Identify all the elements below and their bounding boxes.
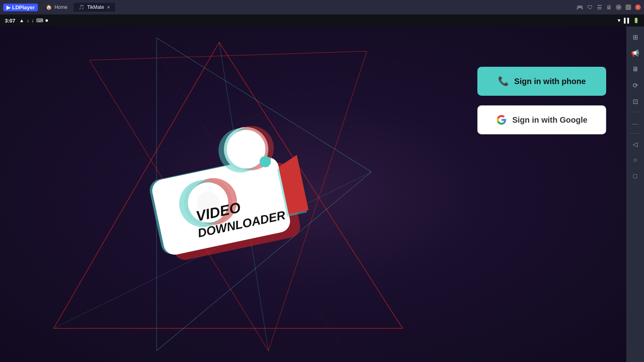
sidebar-back-icon[interactable]: ◁ <box>628 137 642 151</box>
status-bar: 3:07 ▲ ↓ ↓ ⌨ ▼ ▌▌ 🔋 <box>0 14 644 27</box>
game-icon[interactable]: 🎮 <box>576 4 583 10</box>
sidebar-speaker-icon[interactable]: 📢 <box>628 46 642 60</box>
app-logo[interactable]: ▶ LDPlayer <box>3 4 38 11</box>
sidebar-display-icon[interactable]: 🖥 <box>628 62 642 76</box>
shield-icon[interactable]: 🛡 <box>587 4 593 10</box>
keyboard-icon: ⌨ <box>36 18 43 23</box>
sidebar-more-icon[interactable]: … <box>628 115 642 130</box>
window-controls: 🎮 🛡 ☰ 🖥 − □ ✕ <box>576 4 641 10</box>
status-right-icons: ▼ ▌▌ 🔋 <box>617 18 639 23</box>
sidebar-download-icon[interactable]: ⊡ <box>628 94 642 109</box>
graphic-area: VIDEO DOWNLOADER <box>0 27 457 362</box>
display-icon[interactable]: 🖥 <box>606 4 612 10</box>
logo-icon: ▶ <box>6 4 10 10</box>
tab-bar: 🏠 Home 🎵 TikMate ✕ <box>41 3 573 12</box>
sidebar-divider-1 <box>630 112 641 112</box>
close-button[interactable]: ✕ <box>635 4 641 10</box>
sidebar-recents-icon[interactable]: □ <box>628 169 642 183</box>
restore-button[interactable]: □ <box>625 4 631 10</box>
status-time: 3:07 <box>5 18 15 24</box>
sidebar-divider-2 <box>630 133 641 134</box>
upload-icon: ▲ <box>19 18 24 23</box>
logo-text: LDPlayer <box>12 4 35 10</box>
signal-icon: ▌▌ <box>624 18 631 23</box>
tikmate-tab-icon: 🎵 <box>78 4 85 10</box>
wifi-icon: ▼ <box>617 18 621 23</box>
status-icons: ▲ ↓ ↓ ⌨ <box>19 18 48 23</box>
battery-icon: 🔋 <box>633 18 639 23</box>
minimize-button[interactable]: − <box>616 4 621 10</box>
download1-icon: ↓ <box>27 18 29 23</box>
app-content: TikTok Downloader <box>0 27 626 362</box>
tab-tikmate[interactable]: 🎵 TikMate ✕ <box>74 3 115 12</box>
home-tab-label: Home <box>54 4 67 10</box>
tab-close-icon[interactable]: ✕ <box>107 5 110 10</box>
camera-svg-graphic: VIDEO DOWNLOADER <box>112 78 345 311</box>
menu-icon[interactable]: ☰ <box>597 4 602 10</box>
title-bar: ▶ LDPlayer 🏠 Home 🎵 TikMate ✕ 🎮 🛡 ☰ 🖥 − … <box>0 0 644 14</box>
tikmate-tab-label: TikMate <box>87 4 104 10</box>
tab-home[interactable]: 🏠 Home <box>41 3 72 12</box>
main-window: ▶ LDPlayer 🏠 Home 🎵 TikMate ✕ 🎮 🛡 ☰ 🖥 − … <box>0 0 644 362</box>
sidebar-rotate-icon[interactable]: ⟳ <box>628 78 642 93</box>
status-dot <box>45 19 48 22</box>
download2-icon: ↓ <box>31 18 34 23</box>
sidebar-keyboard-icon[interactable]: ⊞ <box>628 30 642 44</box>
content-area: TikTok Downloader <box>0 27 644 362</box>
home-tab-icon: 🏠 <box>46 4 52 10</box>
right-sidebar: ⊞ 📢 🖥 ⟳ ⊡ … ◁ ○ □ <box>626 27 644 362</box>
sidebar-home-icon[interactable]: ○ <box>628 153 642 167</box>
